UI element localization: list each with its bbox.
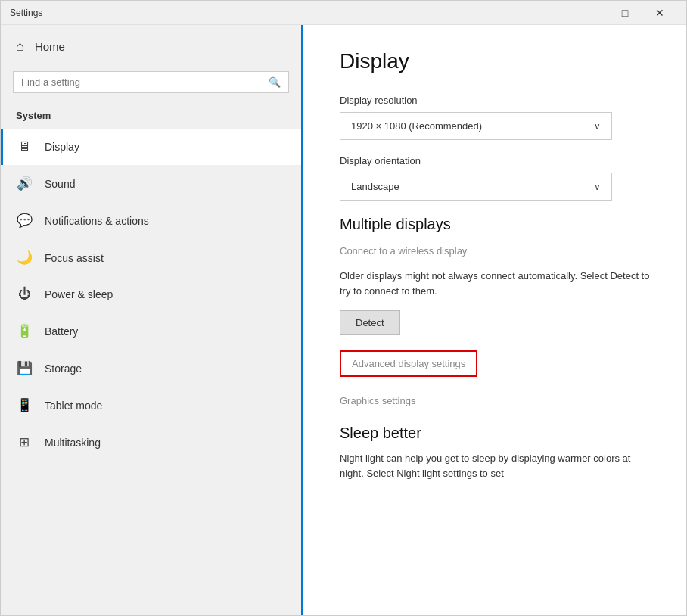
orientation-chevron-icon: ∨ [594,182,601,192]
sidebar-item-tablet-label: Tablet mode [45,400,102,412]
notifications-icon: 💬 [16,213,33,229]
sidebar-item-display[interactable]: 🖥 Display [1,129,301,165]
sleep-description: Night light can help you get to sleep by… [340,451,650,481]
sidebar-item-sound-label: Sound [45,178,75,190]
home-icon: ⌂ [16,39,24,54]
tablet-icon: 📱 [16,397,33,413]
sidebar-item-multitasking-label: Multitasking [45,437,101,449]
sidebar-item-home[interactable]: ⌂ Home [1,25,301,68]
sidebar-item-display-label: Display [45,141,79,153]
advanced-display-settings-link[interactable]: Advanced display settings [340,350,477,377]
close-button[interactable]: ✕ [642,1,677,25]
resolution-chevron-icon: ∨ [594,121,601,132]
orientation-value: Landscape [351,181,399,192]
sidebar-item-battery-label: Battery [45,325,78,338]
sidebar-item-tablet[interactable]: 📱 Tablet mode [1,387,301,424]
home-label: Home [35,40,65,53]
sound-icon: 🔊 [16,176,33,191]
resolution-value: 1920 × 1080 (Recommended) [351,120,482,132]
search-icon: 🔍 [269,76,281,88]
multitasking-icon: ⊞ [16,434,33,450]
sidebar-section-label: System [1,105,301,129]
sidebar-item-power-label: Power & sleep [45,288,113,300]
minimize-button[interactable]: — [573,1,608,25]
maximize-button[interactable]: □ [608,1,642,25]
sidebar-item-multitasking[interactable]: ⊞ Multitasking [1,424,301,461]
graphics-settings-link[interactable]: Graphics settings [340,395,650,406]
title-bar: Settings — □ ✕ [1,1,686,25]
sidebar-item-sound[interactable]: 🔊 Sound [1,165,301,202]
older-displays-description: Older displays might not always connect … [340,269,650,298]
storage-icon: 💾 [16,360,33,376]
search-box[interactable]: 🔍 [13,71,289,93]
settings-window: Settings — □ ✕ ⌂ Home 🔍 System 🖥 [0,0,687,616]
sidebar-item-storage[interactable]: 💾 Storage [1,350,301,387]
orientation-dropdown[interactable]: Landscape ∨ [340,173,612,201]
sidebar-item-power[interactable]: ⏻ Power & sleep [1,276,301,313]
sidebar-item-notifications-label: Notifications & actions [45,215,149,227]
sidebar: ⌂ Home 🔍 System 🖥 Display 🔊 Sound 💬 [1,25,303,615]
sidebar-item-focus[interactable]: 🌙 Focus assist [1,239,301,276]
sidebar-item-notifications[interactable]: 💬 Notifications & actions [1,202,301,239]
wireless-display-link[interactable]: Connect to a wireless display [340,245,650,257]
window-title: Settings [10,8,573,18]
sidebar-item-battery[interactable]: 🔋 Battery [1,313,301,350]
detect-button[interactable]: Detect [340,310,400,335]
sleep-better-title: Sleep better [340,425,650,442]
multiple-displays-title: Multiple displays [340,216,650,233]
power-icon: ⏻ [16,287,33,302]
resolution-label: Display resolution [340,95,650,106]
resolution-dropdown[interactable]: 1920 × 1080 (Recommended) ∨ [340,112,612,140]
page-title: Display [340,49,650,73]
battery-icon: 🔋 [16,323,33,339]
window-controls: — □ ✕ [573,1,677,25]
display-icon: 🖥 [16,139,33,154]
content-area: ⌂ Home 🔍 System 🖥 Display 🔊 Sound 💬 [1,25,686,615]
main-content: Display Display resolution 1920 × 1080 (… [303,25,686,615]
search-input[interactable] [21,76,263,88]
sidebar-item-storage-label: Storage [45,362,82,375]
sidebar-item-focus-label: Focus assist [45,252,104,264]
focus-icon: 🌙 [16,250,33,266]
orientation-label: Display orientation [340,155,650,166]
